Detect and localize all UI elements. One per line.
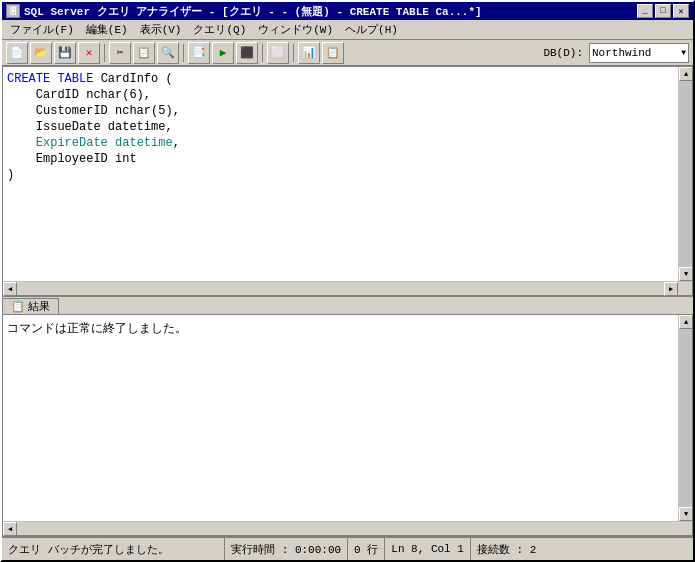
results-tab-bar: 📋 結果 [2, 296, 693, 314]
results-scroll-track[interactable] [679, 329, 692, 507]
toolbar-main: 📄 📂 💾 ✕ ✂ 📋 🔍 📑 ▶ ⬛ ⬜ 📊 📋 DB(D): Northwi… [2, 40, 693, 66]
status-bar: クエリ バッチが完了しました。 実行時間 : 0:00:00 0 行 Ln 8,… [2, 536, 693, 560]
title-bar: 🗄 SQL Server クエリ アナライザー - [クエリ - - (無題) … [2, 2, 693, 20]
query-text-area[interactable]: CREATE TABLE CardInfo ( CardID nchar(6),… [3, 67, 678, 281]
separator-4 [293, 44, 294, 62]
status-exec-time: 実行時間 : 0:00:00 [225, 538, 348, 560]
close-button[interactable]: ✕ [673, 4, 689, 18]
editor-area: CREATE TABLE CardInfo ( CardID nchar(6),… [2, 66, 693, 536]
menu-edit[interactable]: 編集(E) [80, 20, 134, 39]
separator-2 [183, 44, 184, 62]
db-selector: DB(D): Northwind ▼ [539, 43, 689, 63]
menu-window[interactable]: ウィンドウ(W) [252, 20, 339, 39]
title-bar-buttons: _ □ ✕ [637, 4, 689, 18]
results-tab-label: 結果 [28, 299, 50, 314]
execute-button[interactable]: ▶ [212, 42, 234, 64]
scroll-up-arrow[interactable]: ▲ [679, 67, 692, 81]
status-position: Ln 8, Col 1 [385, 538, 471, 560]
rows-text: 0 行 [354, 542, 378, 557]
db-value: Northwind [592, 47, 651, 59]
scroll-down-arrow[interactable]: ▼ [679, 267, 692, 281]
connection-text: 接続数 : 2 [477, 542, 536, 557]
sql-code: CREATE TABLE CardInfo ( CardID nchar(6),… [7, 71, 674, 183]
cut-button[interactable]: ✂ [109, 42, 131, 64]
new-query-button[interactable]: 📄 [6, 42, 28, 64]
status-text: クエリ バッチが完了しました。 [8, 542, 169, 557]
minimize-button[interactable]: _ [637, 4, 653, 18]
scroll-right-arrow[interactable]: ▶ [664, 282, 678, 296]
find-button[interactable]: 🔍 [157, 42, 179, 64]
menu-help[interactable]: ヘルプ(H) [339, 20, 404, 39]
position-text: Ln 8, Col 1 [391, 543, 464, 555]
query-hscroll[interactable]: ◀ ▶ [3, 281, 692, 295]
query-vscroll[interactable]: ▲ ▼ [678, 67, 692, 281]
db-dropdown[interactable]: Northwind ▼ [589, 43, 689, 63]
maximize-button[interactable]: □ [655, 4, 671, 18]
view-btn[interactable]: 📑 [188, 42, 210, 64]
results-inner: コマンドは正常に終了しました。 ▲ ▼ [3, 315, 692, 521]
query-editor-pane: CREATE TABLE CardInfo ( CardID nchar(6),… [2, 66, 693, 296]
status-message: クエリ バッチが完了しました。 [2, 538, 225, 560]
results-pane: コマンドは正常に終了しました。 ▲ ▼ ◀ ▶ [2, 314, 693, 536]
menu-bar: ファイル(F) 編集(E) 表示(V) クエリ(Q) ウィンドウ(W) ヘルプ(… [2, 20, 693, 40]
results-pane-button[interactable]: 📋 [322, 42, 344, 64]
save-button[interactable]: 💾 [54, 42, 76, 64]
status-connection: 接続数 : 2 [471, 538, 693, 560]
query-editor-inner: CREATE TABLE CardInfo ( CardID nchar(6),… [3, 67, 692, 281]
scroll-v-track[interactable] [679, 81, 692, 267]
status-rows: 0 行 [348, 538, 385, 560]
results-tab-icon: 📋 [11, 300, 25, 313]
results-vscroll[interactable]: ▲ ▼ [678, 315, 692, 521]
results-scroll-up[interactable]: ▲ [679, 315, 692, 329]
scroll-corner [678, 282, 692, 296]
open-button[interactable]: 📂 [30, 42, 52, 64]
results-tab[interactable]: 📋 結果 [2, 298, 59, 314]
menu-view[interactable]: 表示(V) [134, 20, 188, 39]
title-bar-left: 🗄 SQL Server クエリ アナライザー - [クエリ - - (無題) … [6, 4, 482, 19]
app-window: 🗄 SQL Server クエリ アナライザー - [クエリ - - (無題) … [0, 0, 695, 562]
window-title: SQL Server クエリ アナライザー - [クエリ - - (無題) - … [24, 4, 482, 19]
separator-1 [104, 44, 105, 62]
results-scroll-left[interactable]: ◀ [3, 522, 17, 536]
object-browser-button[interactable]: 📊 [298, 42, 320, 64]
results-hscroll[interactable]: ◀ ▶ [3, 521, 692, 535]
stop-button[interactable]: ✕ [78, 42, 100, 64]
exec-time-text: 実行時間 : 0:00:00 [231, 542, 341, 557]
chevron-down-icon: ▼ [681, 48, 686, 57]
results-message: コマンドは正常に終了しました。 [7, 319, 674, 337]
scroll-left-arrow[interactable]: ◀ [3, 282, 17, 296]
template-button[interactable]: ⬜ [267, 42, 289, 64]
menu-query[interactable]: クエリ(Q) [187, 20, 252, 39]
db-label: DB(D): [539, 47, 587, 59]
separator-3 [262, 44, 263, 62]
menu-file[interactable]: ファイル(F) [4, 20, 80, 39]
results-text-area[interactable]: コマンドは正常に終了しました。 [3, 315, 678, 521]
app-icon: 🗄 [6, 4, 20, 18]
results-scroll-down[interactable]: ▼ [679, 507, 692, 521]
copy-button[interactable]: 📋 [133, 42, 155, 64]
stop-exec-button[interactable]: ⬛ [236, 42, 258, 64]
